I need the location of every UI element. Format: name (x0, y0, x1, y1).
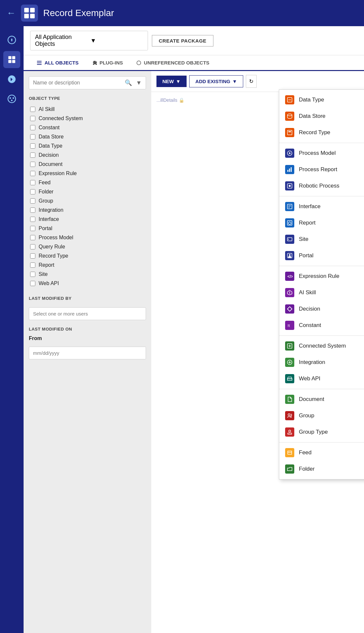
menu-section-1: Process ModelProcess ReportRobotic Proce… (279, 143, 364, 196)
checkbox-process-model[interactable] (30, 235, 35, 240)
right-panel: NEW ▼ ADD EXISTING ▼ ↻ ...illDetails 🔒 D… (151, 71, 364, 633)
search-bar[interactable]: 🔍 ▼ (29, 76, 146, 89)
tab-plug-ins-label: PLUG-INS (100, 60, 123, 65)
checkbox-query-rule[interactable] (30, 244, 35, 249)
checkbox-item-decision: Decision (29, 151, 146, 160)
new-dropdown-arrow: ▼ (176, 79, 181, 84)
checkbox-web-api[interactable] (30, 281, 35, 286)
menu-item-interface[interactable]: Interface (279, 198, 364, 215)
tab-all-objects[interactable]: ALL OBJECTS (30, 55, 85, 71)
app-objects-dropdown[interactable]: All Application Objects ▼ (30, 31, 148, 50)
tab-plug-ins[interactable]: PLUG-INS (85, 55, 130, 71)
menu-item-process-model[interactable]: Process Model (279, 145, 364, 161)
create-package-button[interactable]: CREATE PACKAGE (152, 35, 213, 46)
checkbox-data-store[interactable] (30, 134, 35, 139)
checkbox-item-process-model: Process Model (29, 233, 146, 242)
menu-item-process-report[interactable]: Process Report (279, 161, 364, 178)
menu-item-record-type[interactable]: Record Type (279, 124, 364, 141)
last-modified-by-section: LAST MODIFIED BY (29, 296, 146, 320)
svg-rect-35 (287, 238, 292, 241)
menu-item-folder[interactable]: Folder (279, 461, 364, 477)
menu-item-feed[interactable]: Feed (279, 444, 364, 461)
menu-section-3: </>Expression RuleAI SkillDecisionπConst… (279, 266, 364, 336)
checkbox-expression-rule[interactable] (30, 171, 35, 176)
svg-rect-8 (9, 60, 11, 63)
checkbox-group[interactable] (30, 198, 35, 204)
checkbox-item-group: Group (29, 196, 146, 206)
checkbox-item-expression-rule: Expression Rule (29, 169, 146, 178)
svg-rect-26 (289, 169, 290, 172)
checkbox-data-type[interactable] (30, 143, 35, 149)
robotic-process-icon (285, 181, 294, 190)
menu-item-web-api[interactable]: Web API (279, 371, 364, 387)
checkbox-integration[interactable] (30, 208, 35, 213)
checkbox-item-portal: Portal (29, 224, 146, 233)
svg-rect-14 (37, 61, 42, 62)
checkbox-folder[interactable] (30, 189, 35, 194)
menu-item-integration[interactable]: Integration (279, 354, 364, 371)
content-area: 🔍 ▼ OBJECT TYPE AI Skill Connected Syste… (24, 71, 364, 633)
checkbox-ai-skill[interactable] (30, 107, 35, 112)
search-expand-button[interactable]: ▼ (135, 78, 143, 88)
tab-unreferenced[interactable]: UNREFERENCED OBJECTS (130, 55, 216, 71)
menu-item-group-type[interactable]: Group Type (279, 424, 364, 440)
menu-item-constant[interactable]: πConstant (279, 317, 364, 334)
new-button[interactable]: NEW ▼ (156, 76, 187, 87)
sidebar-item-palette[interactable] (3, 90, 20, 107)
menu-item-label: Interface (299, 203, 320, 210)
checkbox-document[interactable] (30, 162, 35, 167)
checkbox-connected-system[interactable] (30, 116, 35, 121)
menu-item-data-type[interactable]: Data Type (279, 92, 364, 108)
checkbox-record-type[interactable] (30, 253, 35, 259)
circle-icon (136, 60, 141, 65)
menu-item-label: Constant (299, 322, 321, 329)
svg-rect-16 (37, 64, 42, 65)
checkbox-interface[interactable] (30, 217, 35, 222)
checkbox-item-document: Document (29, 160, 146, 169)
menu-item-group[interactable]: Group (279, 407, 364, 424)
connected-system-icon (285, 341, 294, 351)
menu-item-label: Integration (299, 359, 325, 366)
users-input[interactable] (29, 307, 146, 320)
checkbox-site[interactable] (30, 272, 35, 277)
sidebar-item-deploy[interactable] (3, 71, 20, 88)
refresh-button[interactable]: ↻ (246, 75, 257, 88)
svg-rect-2 (24, 14, 29, 18)
date-from-input[interactable] (29, 347, 146, 359)
object-type-filter: OBJECT TYPE AI Skill Connected System Co… (29, 96, 146, 288)
sidebar-item-objects[interactable] (3, 51, 20, 68)
checkbox-constant[interactable] (30, 125, 35, 130)
sidebar-item-compass[interactable] (3, 31, 20, 48)
checkbox-item-interface: Interface (29, 215, 146, 224)
menu-item-portal[interactable]: Portal (279, 247, 364, 264)
checkbox-report[interactable] (30, 262, 35, 268)
menu-item-label: Process Report (299, 166, 337, 173)
menu-item-label: Portal (299, 252, 313, 259)
search-input[interactable] (32, 78, 123, 88)
menu-item-label: Document (299, 396, 324, 403)
add-existing-button[interactable]: ADD EXISTING ▼ (189, 75, 244, 87)
menu-item-robotic-process[interactable]: Robotic Process (279, 178, 364, 194)
checkbox-feed[interactable] (30, 180, 35, 185)
svg-point-38 (289, 254, 291, 256)
menu-item-connected-system[interactable]: Connected System (279, 338, 364, 354)
menu-item-label: Record Type (299, 129, 330, 136)
menu-item-document[interactable]: Document (279, 391, 364, 407)
menu-item-data-store[interactable]: Data Store (279, 108, 364, 124)
menu-item-report[interactable]: Report (279, 215, 364, 231)
constant-icon: π (285, 321, 294, 330)
app-title: Record Exemplar (43, 8, 114, 18)
checkbox-decision[interactable] (30, 153, 35, 158)
checkbox-portal[interactable] (30, 226, 35, 231)
menu-item-ai-skill[interactable]: AI Skill (279, 284, 364, 301)
menu-item-decision[interactable]: Decision (279, 301, 364, 317)
checkbox-item-report: Report (29, 261, 146, 270)
back-button[interactable]: ← (7, 8, 16, 18)
search-button[interactable]: 🔍 (123, 78, 133, 88)
list-icon (37, 60, 42, 65)
menu-item-site[interactable]: Site (279, 231, 364, 247)
svg-rect-0 (24, 8, 29, 12)
menu-item-label: Site (299, 236, 308, 243)
search-icons: 🔍 ▼ (123, 78, 143, 88)
menu-item-expression-rule[interactable]: </>Expression Rule (279, 268, 364, 284)
